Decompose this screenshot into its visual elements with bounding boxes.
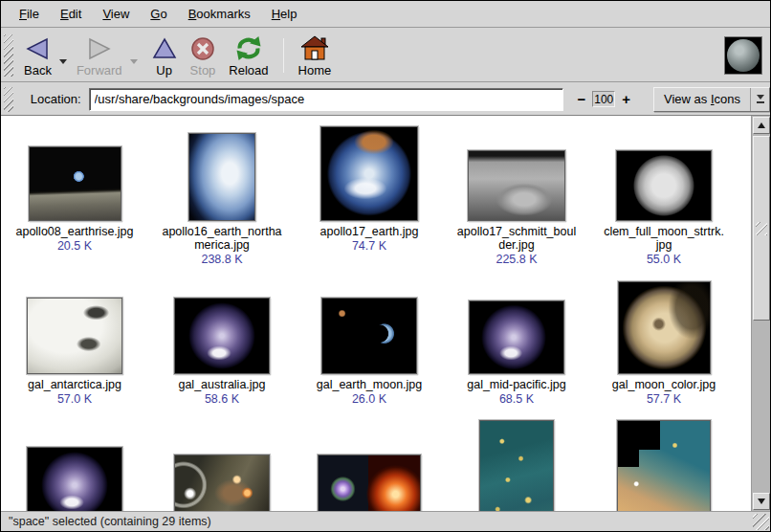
view-as-arrow-button[interactable] xyxy=(750,88,769,111)
file-item[interactable]: gal_australia.jpg 58.6 K xyxy=(150,278,294,406)
back-button[interactable]: Back xyxy=(18,32,57,79)
file-name: apollo17_schmitt_boul der.jpg xyxy=(457,225,576,252)
file-name: apollo16_earth_northa merica.jpg xyxy=(162,225,281,252)
file-thumbnail[interactable] xyxy=(188,133,255,221)
file-item[interactable]: gal_antarctica.jpg 57.0 K xyxy=(3,278,146,406)
status-text: "space" selected (containing 29 items) xyxy=(9,515,211,528)
file-thumbnail[interactable] xyxy=(318,454,421,511)
forward-button[interactable]: Forward xyxy=(71,32,128,79)
file-size: 26.0 K xyxy=(352,392,386,406)
file-name: gal_antarctica.jpg xyxy=(28,378,121,391)
icon-view[interactable]: apollo08_earthrise.jpg 20.5 K apollo16_e… xyxy=(1,116,770,511)
location-input[interactable] xyxy=(89,88,564,111)
file-item[interactable]: clem_full_moon_strtrk. jpg 55.0 K xyxy=(592,125,736,266)
vertical-scrollbar[interactable] xyxy=(751,116,770,511)
file-name: gal_mid-pacific.jpg xyxy=(467,378,566,391)
home-icon xyxy=(300,34,329,63)
file-item[interactable]: gal_earth_moon.jpg 26.0 K xyxy=(297,278,441,406)
file-size: 74.7 K xyxy=(352,239,386,253)
scrollbar-thumb[interactable] xyxy=(753,136,770,321)
file-item[interactable]: gal_mid-pacific.jpg 68.5 K xyxy=(445,278,588,406)
toolbar: Back Forward Up Stop xyxy=(1,29,770,82)
file-size: 55.0 K xyxy=(647,253,681,266)
file-size: 68.5 K xyxy=(499,392,534,406)
forward-arrow-icon xyxy=(87,34,112,63)
file-thumbnail[interactable] xyxy=(321,298,417,374)
throbber-sphere-icon xyxy=(727,39,760,72)
toolbar-separator xyxy=(283,38,284,73)
back-dropdown-chevron-icon[interactable] xyxy=(58,58,68,65)
file-item[interactable]: apollo17_schmitt_boul der.jpg 225.8 K xyxy=(445,125,588,266)
menu-bar: File Edit View Go Bookmarks Help xyxy=(1,1,770,28)
file-item[interactable] xyxy=(592,428,736,511)
menu-edit[interactable]: Edit xyxy=(50,3,92,25)
file-thumbnail[interactable] xyxy=(617,420,711,511)
file-thumbnail[interactable] xyxy=(27,447,122,511)
back-arrow-icon xyxy=(25,34,50,63)
scrollbar-grip-icon xyxy=(756,222,767,235)
window-resize-grip[interactable] xyxy=(753,514,769,530)
zoom-level-indicator[interactable]: 100 xyxy=(592,91,615,107)
scroll-up-button[interactable] xyxy=(753,117,770,134)
menu-bookmarks[interactable]: Bookmarks xyxy=(178,3,261,25)
file-thumbnail[interactable] xyxy=(174,298,270,374)
location-label: Location: xyxy=(31,92,81,106)
file-size: 58.6 K xyxy=(205,392,239,406)
file-thumbnail[interactable] xyxy=(27,298,122,374)
file-size: 238.8 K xyxy=(201,253,242,266)
location-bar: Location: − 100 + View as Icons xyxy=(1,83,770,116)
file-thumbnail[interactable] xyxy=(618,281,711,374)
view-as-label: View as Icons xyxy=(654,92,750,106)
file-thumbnail[interactable] xyxy=(616,150,712,221)
file-thumbnail[interactable] xyxy=(174,454,270,511)
zoom-in-button[interactable]: + xyxy=(618,91,634,108)
file-size: 225.8 K xyxy=(496,253,537,266)
file-item[interactable] xyxy=(297,428,441,511)
status-bar: "space" selected (containing 29 items) xyxy=(1,511,770,531)
file-size: 57.7 K xyxy=(647,392,681,406)
file-item[interactable] xyxy=(3,428,146,511)
menu-go[interactable]: Go xyxy=(140,3,177,25)
file-thumbnail[interactable] xyxy=(479,420,554,511)
file-name: clem_full_moon_strtrk. jpg xyxy=(604,225,724,252)
file-item[interactable]: apollo17_earth.jpg 74.7 K xyxy=(297,125,441,266)
location-bar-drag-handle[interactable] xyxy=(4,87,13,112)
file-name: gal_moon_color.jpg xyxy=(612,378,716,391)
zoom-out-button[interactable]: − xyxy=(573,91,589,108)
file-item[interactable]: apollo08_earthrise.jpg 20.5 K xyxy=(3,125,146,266)
file-thumbnail[interactable] xyxy=(320,126,418,221)
reload-icon xyxy=(234,34,263,63)
file-item[interactable] xyxy=(445,428,588,511)
reload-button[interactable]: Reload xyxy=(223,32,274,79)
file-name: gal_australia.jpg xyxy=(178,378,265,391)
arrow-up-icon xyxy=(758,122,765,128)
arrow-down-icon xyxy=(758,499,765,504)
file-thumbnail[interactable] xyxy=(469,300,564,374)
toolbar-drag-handle[interactable] xyxy=(4,34,13,77)
menu-file[interactable]: File xyxy=(9,3,50,25)
chevron-down-icon xyxy=(757,95,764,100)
menu-help[interactable]: Help xyxy=(261,3,308,25)
menu-view[interactable]: View xyxy=(92,3,140,25)
file-thumbnail[interactable] xyxy=(29,146,121,221)
stop-icon xyxy=(190,34,215,63)
stop-button[interactable]: Stop xyxy=(185,32,222,79)
file-size: 20.5 K xyxy=(57,239,92,253)
file-thumbnail[interactable] xyxy=(468,150,565,221)
view-as-dropdown[interactable]: View as Icons xyxy=(653,87,770,112)
nautilus-throbber xyxy=(724,36,762,75)
up-arrow-icon xyxy=(152,34,177,63)
scroll-down-button[interactable] xyxy=(753,493,770,510)
file-item[interactable]: apollo16_earth_northa merica.jpg 238.8 K xyxy=(150,125,294,266)
up-button[interactable]: Up xyxy=(146,32,183,79)
home-button[interactable]: Home xyxy=(293,32,338,79)
file-item[interactable] xyxy=(150,428,294,511)
file-item[interactable]: gal_moon_color.jpg 57.7 K xyxy=(592,278,736,406)
file-name: gal_earth_moon.jpg xyxy=(317,378,423,391)
forward-dropdown-chevron-icon[interactable] xyxy=(129,58,139,65)
file-name: apollo17_earth.jpg xyxy=(320,225,419,238)
file-name: apollo08_earthrise.jpg xyxy=(15,225,133,238)
file-size: 57.0 K xyxy=(57,392,92,406)
